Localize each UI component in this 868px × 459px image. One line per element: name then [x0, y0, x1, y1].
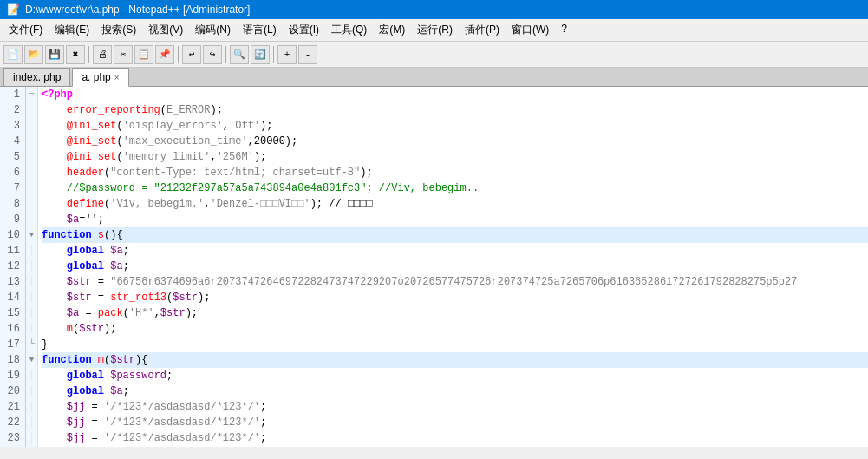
line-num-12: 12 — [3, 259, 20, 274]
fold-marker-4[interactable] — [26, 134, 37, 149]
line-numbers: 1234567891011121314151617181920212223242… — [0, 87, 26, 447]
menu-item-[interactable]: ? — [556, 21, 572, 39]
code-line-10: function s(){ — [42, 227, 868, 243]
menu-item-M[interactable]: 宏(M) — [374, 21, 410, 39]
fold-marker-10[interactable]: ▼ — [26, 227, 37, 243]
copy-btn[interactable]: 📋 — [134, 45, 153, 64]
code-line-21: $jj = '/*123*/asdasdasd/*123*/'; — [42, 399, 868, 415]
menu-item-N[interactable]: 编码(N) — [190, 21, 236, 39]
line-num-2: 2 — [3, 102, 20, 118]
line-num-19: 19 — [3, 368, 20, 384]
line-num-1: 1 — [3, 87, 20, 102]
line-num-6: 6 — [3, 165, 20, 180]
fold-marker-18[interactable]: ▼ — [26, 352, 37, 368]
code-line-6: header("content-Type: text/html; charset… — [42, 165, 868, 180]
tab-0[interactable]: index. php — [3, 68, 70, 86]
code-line-14: $str = str_rot13($str); — [42, 290, 868, 305]
fold-marker-8[interactable] — [26, 196, 37, 212]
find-btn[interactable]: 🔍 — [230, 45, 249, 64]
code-line-2: error_reporting(E_ERROR); — [42, 102, 868, 118]
menu-item-F[interactable]: 文件(F) — [3, 21, 48, 39]
menu-bar: 文件(F)编辑(E)搜索(S)视图(V)编码(N)语言(L)设置(I)工具(Q)… — [0, 19, 868, 42]
menu-item-V[interactable]: 视图(V) — [143, 21, 188, 39]
line-num-11: 11 — [3, 243, 20, 259]
fold-marker-23[interactable]: │ — [26, 430, 37, 446]
zoom-in-btn[interactable]: + — [277, 45, 297, 64]
line-num-7: 7 — [3, 180, 20, 196]
line-num-10: 10 — [3, 227, 20, 243]
code-line-24: $jj = '/*123*/asdasdasd/*123*/'; — [42, 446, 868, 447]
line-num-4: 4 — [3, 134, 20, 149]
line-num-18: 18 — [3, 352, 20, 368]
code-line-23: $jj = '/*123*/asdasdasd/*123*/'; — [42, 430, 868, 446]
fold-marker-15[interactable]: │ — [26, 305, 37, 321]
sep2 — [178, 46, 179, 63]
code-line-5: @ini_set('memory_limit','256M'); — [42, 149, 868, 165]
code-line-9: $a=''; — [42, 212, 868, 227]
tab-1[interactable]: a. php × — [72, 68, 128, 87]
line-num-9: 9 — [3, 212, 20, 227]
zoom-out-btn[interactable]: - — [298, 45, 317, 64]
line-num-5: 5 — [3, 149, 20, 165]
menu-item-E[interactable]: 编辑(E) — [49, 21, 95, 39]
fold-marker-20[interactable]: │ — [26, 384, 37, 399]
line-num-23: 23 — [3, 430, 20, 446]
sep3 — [225, 46, 226, 63]
fold-marker-17[interactable]: └ — [26, 337, 37, 352]
save-btn[interactable]: 💾 — [45, 45, 64, 64]
fold-marker-3[interactable] — [26, 118, 37, 134]
fold-marker-5[interactable] — [26, 149, 37, 165]
cut-btn[interactable]: ✂ — [114, 45, 133, 64]
fold-marker-16[interactable]: │ — [26, 321, 37, 337]
menu-item-S[interactable]: 搜索(S) — [96, 21, 141, 39]
undo-btn[interactable]: ↩ — [182, 45, 201, 64]
paste-btn[interactable]: 📌 — [155, 45, 174, 64]
code-area: 1234567891011121314151617181920212223242… — [0, 87, 868, 447]
fold-marker-11[interactable]: │ — [26, 243, 37, 259]
replace-btn[interactable]: 🔄 — [251, 45, 270, 64]
line-num-17: 17 — [3, 337, 20, 352]
title-bar: 📝 D:\wwwroot\vr\a.php - Notepad++ [Admin… — [0, 0, 868, 19]
fold-marker-2[interactable] — [26, 102, 37, 118]
print-btn[interactable]: 🖨 — [93, 45, 112, 64]
fold-marker-19[interactable]: │ — [26, 368, 37, 384]
menu-item-Q[interactable]: 工具(Q) — [326, 21, 372, 39]
line-num-8: 8 — [3, 196, 20, 212]
open-btn[interactable]: 📂 — [24, 45, 43, 64]
fold-marker-1[interactable]: ─ — [26, 87, 37, 102]
fold-markers: ─▼││││││└▼│││││││││└ — [26, 87, 38, 447]
line-num-3: 3 — [3, 118, 20, 134]
code-line-19: global $password; — [42, 368, 868, 384]
fold-marker-12[interactable]: │ — [26, 259, 37, 274]
code-line-1: <?php — [42, 87, 868, 102]
code-line-8: define('Viv, bebegim.','Denzel-□□□VI□□')… — [42, 196, 868, 212]
fold-marker-24[interactable]: │ — [26, 446, 37, 447]
fold-marker-22[interactable]: │ — [26, 415, 37, 430]
code-line-18: function m($str){ — [42, 352, 868, 368]
tab-bar: index. phpa. php × — [0, 68, 868, 87]
fold-marker-21[interactable]: │ — [26, 399, 37, 415]
redo-btn[interactable]: ↪ — [203, 45, 222, 64]
menu-item-P[interactable]: 插件(P) — [460, 21, 505, 39]
code-content[interactable]: <?php error_reporting(E_ERROR); @ini_set… — [38, 87, 868, 447]
tab-close-1[interactable]: × — [114, 73, 120, 82]
menu-item-R[interactable]: 运行(R) — [412, 21, 458, 39]
menu-item-W[interactable]: 窗口(W) — [506, 21, 554, 39]
window-title: D:\wwwroot\vr\a.php - Notepad++ [Adminis… — [25, 3, 250, 16]
code-line-4: @ini_set('max_execution_time',20000); — [42, 134, 868, 149]
fold-marker-14[interactable]: │ — [26, 290, 37, 305]
menu-item-L[interactable]: 语言(L) — [238, 21, 282, 39]
line-num-24: 24 — [3, 446, 20, 447]
sep4 — [273, 46, 274, 63]
fold-marker-13[interactable]: │ — [26, 274, 37, 290]
new-btn[interactable]: 📄 — [3, 45, 23, 64]
fold-marker-7[interactable] — [26, 180, 37, 196]
fold-marker-6[interactable] — [26, 165, 37, 180]
code-line-11: global $a; — [42, 243, 868, 259]
fold-marker-9[interactable] — [26, 212, 37, 227]
menu-item-I[interactable]: 设置(I) — [284, 21, 324, 39]
sep1 — [88, 46, 89, 63]
line-num-20: 20 — [3, 384, 20, 399]
code-line-3: @ini_set('display_errors','Off'); — [42, 118, 868, 134]
close-btn[interactable]: ✖ — [66, 45, 85, 64]
